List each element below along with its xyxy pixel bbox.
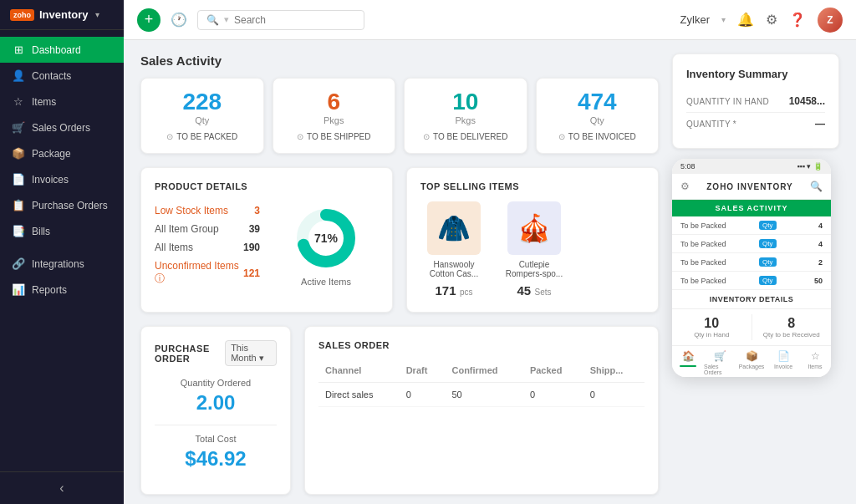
sidebar-logo[interactable]: zoho Inventory ▾ xyxy=(0,0,124,30)
search-bar[interactable]: 🔍 ▾ xyxy=(197,10,364,30)
all-items-value: 190 xyxy=(243,242,260,253)
sidebar-item-label: Package xyxy=(32,148,71,160)
sidebar-item-invoices[interactable]: 📄 Invoices xyxy=(0,166,124,192)
pd-rows: Low Stock Items 3 All Item Group 39 All … xyxy=(155,201,260,289)
pd-row-unconfirmed: Unconfirmed Items ⓘ 121 xyxy=(155,257,260,289)
sidebar-item-dashboard[interactable]: ⊞ Dashboard xyxy=(0,37,124,63)
content-area: Sales Activity 228 Qty TO BE PACKED 6 Pk… xyxy=(124,40,856,504)
item-img-2: 🎪 xyxy=(507,201,561,255)
activity-card-delivered: 10 Pkgs TO BE DELIVERED xyxy=(404,78,527,154)
phone-activity-row-1: To be Packed Qty 4 xyxy=(672,216,831,235)
inv-hand-label: QUANTITY IN HAND xyxy=(686,97,769,106)
notifications-icon[interactable]: 🔔 xyxy=(737,12,754,28)
shipped-value: 6 xyxy=(287,90,382,114)
phone-nav-packages[interactable]: 📦 Packages xyxy=(736,350,767,375)
phone-nav-pkg-icon: 📦 xyxy=(746,350,758,362)
activity-card-invoiced: 474 Qty TO BE INVOICED xyxy=(536,78,660,154)
sidebar-item-integrations[interactable]: 🔗 Integrations xyxy=(0,251,124,277)
history-icon[interactable]: 🕐 xyxy=(171,12,187,28)
delivered-unit: Pkgs xyxy=(418,115,513,125)
so-col-shipped: Shipp... xyxy=(583,362,645,383)
main-area: + 🕐 🔍 ▾ Zylker ▾ 🔔 ⚙ ❓ Z Sales Activity … xyxy=(124,0,856,504)
search-input[interactable] xyxy=(234,14,343,26)
top-selling-title: TOP SELLING ITEMS xyxy=(420,181,645,191)
phone-nav-so-icon: 🛒 xyxy=(714,350,726,362)
sidebar-item-sales-orders[interactable]: 🛒 Sales Orders xyxy=(0,115,124,140)
phone-nav-home-icon: 🏠 xyxy=(682,350,695,362)
po-qty-stat: Quantity Ordered 2.00 xyxy=(155,378,277,415)
sales-orders-icon: 🛒 xyxy=(12,121,25,134)
sidebar-item-purchase-orders[interactable]: 📋 Purchase Orders xyxy=(0,192,124,218)
sidebar-item-contacts[interactable]: 👤 Contacts xyxy=(0,63,124,89)
user-name[interactable]: Zylker xyxy=(680,13,710,26)
item-name-2: Cutlepie Rompers-spo... xyxy=(501,260,568,278)
active-items-label: Active Items xyxy=(301,277,351,287)
phone-row-val-3: 2 xyxy=(809,258,823,267)
purchase-order-card: PURCHASE ORDER This Month ▾ Quantity Ord… xyxy=(140,326,291,495)
phone-activity-row-4: To be Packed Qty 50 xyxy=(672,272,831,290)
so-confirmed-1: 50 xyxy=(445,383,522,407)
topbar: + 🕐 🔍 ▾ Zylker ▾ 🔔 ⚙ ❓ Z xyxy=(124,0,856,40)
phone-header: ⚙ ZOHO INVENTORY 🔍 xyxy=(672,174,831,200)
low-stock-label[interactable]: Low Stock Items xyxy=(155,205,228,216)
donut-percent-label: 71% xyxy=(314,232,338,245)
user-avatar[interactable]: Z xyxy=(818,8,843,33)
so-packed-1: 0 xyxy=(523,383,583,407)
inv-row-hand: QUANTITY IN HAND 10458... xyxy=(686,90,825,113)
po-divider xyxy=(155,425,277,425)
sidebar-item-items[interactable]: ☆ Items xyxy=(0,89,124,115)
shipped-unit: Pkgs xyxy=(287,115,382,125)
add-button[interactable]: + xyxy=(137,8,160,32)
item-unit-1: pcs xyxy=(460,288,473,297)
so-col-confirmed: Confirmed xyxy=(445,362,522,383)
item-group-value: 39 xyxy=(249,223,260,235)
so-table: Channel Draft Confirmed Packed Shipp... … xyxy=(318,362,645,407)
invoiced-value: 474 xyxy=(550,90,645,114)
selling-item-2: 🎪 Cutlepie Rompers-spo... 45 Sets xyxy=(501,201,568,298)
bills-icon: 📑 xyxy=(12,225,25,237)
top-selling-card: TOP SELLING ITEMS 🧥 Hanswooly Cotton Cas… xyxy=(406,167,659,313)
app-chevron-icon: ▾ xyxy=(95,10,99,19)
item-img-1: 🧥 xyxy=(427,201,481,255)
phone-nav-inv-icon: 📄 xyxy=(777,350,790,362)
po-cost-stat: Total Cost $46.92 xyxy=(155,434,277,471)
sidebar-collapse-button[interactable]: ‹ xyxy=(0,471,124,504)
phone-app-title: ZOHO INVENTORY xyxy=(706,182,792,191)
phone-row-badge-3: Qty xyxy=(759,257,776,267)
po-title: PURCHASE ORDER xyxy=(155,344,225,364)
phone-nav-home[interactable]: 🏠 xyxy=(672,350,704,375)
settings-icon[interactable]: ⚙ xyxy=(766,12,777,28)
so-title: SALES ORDER xyxy=(318,340,390,350)
po-header: PURCHASE ORDER This Month ▾ xyxy=(155,340,277,366)
item-unit-2: Sets xyxy=(535,288,552,297)
phone-row-badge-1: Qty xyxy=(759,221,776,230)
sidebar-item-bills[interactable]: 📑 Bills xyxy=(0,218,124,244)
sales-activity-section: Sales Activity 228 Qty TO BE PACKED 6 Pk… xyxy=(140,53,659,154)
unconfirmed-value: 121 xyxy=(243,267,260,279)
po-qty-label: Quantity Ordered xyxy=(155,378,277,388)
unconfirmed-label[interactable]: Unconfirmed Items ⓘ xyxy=(155,260,243,286)
phone-nav-invoice[interactable]: 📄 Invoice xyxy=(767,350,799,375)
sidebar-item-package[interactable]: 📦 Package xyxy=(0,140,124,166)
items-icon: ☆ xyxy=(12,95,25,108)
phone-nav-items[interactable]: ☆ Items xyxy=(799,350,831,375)
all-items-label[interactable]: All Items xyxy=(155,242,193,253)
sidebar-item-reports[interactable]: 📊 Reports xyxy=(0,277,124,303)
phone-nav-sales-orders[interactable]: 🛒 Sales Orders xyxy=(704,350,736,375)
sidebar-item-label: Reports xyxy=(32,284,67,296)
pd-row-lowstock: Low Stock Items 3 xyxy=(155,201,260,220)
invoiced-unit: Qty xyxy=(550,115,645,125)
selling-item-1: 🧥 Hanswooly Cotton Cas... 171 pcs xyxy=(420,201,487,298)
phone-inv-title: INVENTORY DETAILS xyxy=(672,290,831,309)
content-left: Sales Activity 228 Qty TO BE PACKED 6 Pk… xyxy=(140,53,659,491)
invoices-icon: 📄 xyxy=(12,173,25,186)
help-icon[interactable]: ❓ xyxy=(789,12,806,28)
phone-search-icon[interactable]: 🔍 xyxy=(810,181,823,192)
po-qty-value: 2.00 xyxy=(155,391,277,415)
pd-inner: Low Stock Items 3 All Item Group 39 All … xyxy=(155,201,379,289)
po-filter-button[interactable]: This Month ▾ xyxy=(225,340,277,366)
so-channel-1: Direct sales xyxy=(318,383,400,407)
inventory-summary-title: Inventory Summary xyxy=(686,68,825,80)
phone-row-val-1: 4 xyxy=(809,221,823,230)
purchase-orders-icon: 📋 xyxy=(12,199,25,211)
